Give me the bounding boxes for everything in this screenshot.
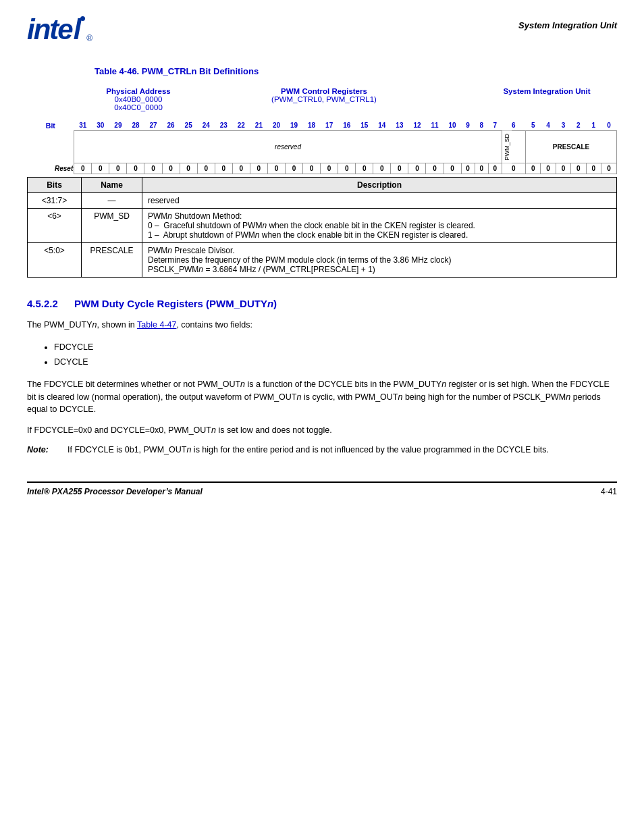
bits-cell: <31:7> — [28, 193, 82, 209]
table-title: Table 4-46. PWM_CTRLn Bit Definitions — [95, 66, 617, 76]
reset-31: 0 — [74, 163, 92, 174]
bit-8: 8 — [475, 121, 488, 130]
bit-21: 21 — [250, 121, 267, 130]
pwm-sd-label: PWM_SD — [502, 131, 512, 163]
bit-10: 10 — [444, 121, 461, 130]
reset-26: 0 — [162, 163, 180, 174]
pwm-sd-field: PWM_SD — [502, 130, 525, 163]
bit-18: 18 — [303, 121, 321, 130]
bit-19: 19 — [285, 121, 302, 130]
reset-13: 0 — [391, 163, 408, 174]
body-text-1: The PWM_DUTYn, shown in Table 4-47, cont… — [27, 319, 617, 332]
reset-19: 0 — [285, 163, 302, 174]
bit-label-cell: Bit — [27, 121, 74, 130]
name-header: Name — [82, 178, 142, 193]
reset-12: 0 — [408, 163, 426, 174]
bits-cell: <6> — [28, 209, 82, 243]
bit-9: 9 — [461, 121, 475, 130]
description-table: Bits Name Description <31:7> — reserved … — [27, 177, 617, 278]
footer-right: 4-41 — [601, 487, 617, 496]
page-footer: Intel® PXA255 Processor Developer’s Manu… — [27, 481, 617, 496]
reset-label: Reset — [27, 163, 74, 174]
reset-2: 0 — [571, 163, 586, 174]
bit-28: 28 — [127, 121, 144, 130]
section-heading: PWM Duty Cycle Registers (PWM_DUTYn) — [74, 298, 277, 309]
reset-0: 0 — [601, 163, 616, 174]
header-title: System Integration Unit — [518, 14, 617, 30]
intel-logo: int e l ® — [27, 14, 92, 46]
reset-11: 0 — [426, 163, 444, 174]
bit-15: 15 — [356, 121, 373, 130]
reset-20: 0 — [267, 163, 285, 174]
page-header: int e l ® System Integration Unit — [27, 14, 617, 46]
name-cell: PRESCALE — [82, 243, 142, 278]
bit-11: 11 — [426, 121, 444, 130]
reset-21: 0 — [250, 163, 267, 174]
reset-18: 0 — [303, 163, 321, 174]
bit-14: 14 — [373, 121, 391, 130]
reset-23: 0 — [215, 163, 232, 174]
reset-5: 0 — [525, 163, 540, 174]
bullet-list: FDCYCLE DCYCLE — [54, 340, 617, 370]
reset-3: 0 — [556, 163, 570, 174]
bit-1: 1 — [586, 121, 601, 130]
reset-9: 0 — [461, 163, 475, 174]
body-text-2: The FDCYCLE bit determines whether or no… — [27, 378, 617, 416]
description-header: Description — [142, 178, 617, 193]
desc-cell: PWMn Shutdown Method: 0 – Graceful shutd… — [142, 209, 617, 243]
reset-27: 0 — [144, 163, 162, 174]
desc-header-row: Bits Name Description — [28, 178, 617, 193]
system-unit-block: System Integration Unit — [493, 87, 601, 95]
footer-left: Intel® PXA255 Processor Developer’s Manu… — [27, 487, 203, 496]
reset-22: 0 — [232, 163, 250, 174]
reset-17: 0 — [321, 163, 338, 174]
reset-28: 0 — [127, 163, 144, 174]
bit-3: 3 — [556, 121, 570, 130]
physical-address-block: Physical Address 0x40B0_0000 0x40C0_0000 — [95, 87, 182, 111]
note-label: Note: — [27, 445, 61, 454]
reset-7: 0 — [488, 163, 502, 174]
reset-row: Reset 0 0 0 0 0 0 0 0 0 0 0 0 0 0 0 0 0 … — [27, 163, 617, 174]
prescale-field: PRESCALE — [525, 130, 616, 163]
bit-16: 16 — [338, 121, 356, 130]
section-title: 4.5.2.2 PWM Duty Cycle Registers (PWM_DU… — [27, 298, 617, 309]
name-cell: PWM_SD — [82, 209, 142, 243]
desc-cell: PWMn Prescale Divisor. Determines the fr… — [142, 243, 617, 278]
register-sublabel: (PWM_CTRL0, PWM_CTRL1) — [263, 95, 385, 103]
bit-20: 20 — [267, 121, 285, 130]
bit-table: Bit 31 30 29 28 27 26 25 24 23 22 21 20 … — [27, 121, 617, 174]
bit-29: 29 — [109, 121, 127, 130]
list-item: FDCYCLE — [54, 340, 617, 355]
addr1: 0x40B0_0000 — [95, 95, 182, 103]
bits-cell: <5:0> — [28, 243, 82, 278]
reset-24: 0 — [197, 163, 215, 174]
bit-0: 0 — [601, 121, 616, 130]
reset-6: 0 — [502, 163, 525, 174]
table-row: <6> PWM_SD PWMn Shutdown Method: 0 – Gra… — [28, 209, 617, 243]
reset-25: 0 — [180, 163, 197, 174]
reset-14: 0 — [373, 163, 391, 174]
register-name-block: PWM Control Registers (PWM_CTRL0, PWM_CT… — [263, 87, 385, 103]
reset-29: 0 — [109, 163, 127, 174]
bit-table-wrapper: Bit 31 30 29 28 27 26 25 24 23 22 21 20 … — [27, 121, 617, 174]
bit-12: 12 — [408, 121, 426, 130]
reset-4: 0 — [541, 163, 556, 174]
bit-27: 27 — [144, 121, 162, 130]
bit-header-row: Bit 31 30 29 28 27 26 25 24 23 22 21 20 … — [27, 121, 617, 130]
reset-16: 0 — [338, 163, 356, 174]
physical-address-label: Physical Address — [95, 87, 182, 95]
bit-31: 31 — [74, 121, 92, 130]
table-row: <5:0> PRESCALE PWMn Prescale Divisor. De… — [28, 243, 617, 278]
table-link[interactable]: Table 4-47 — [137, 320, 176, 330]
body-text-3: If FDCYCLE=0x0 and DCYCLE=0x0, PWM_OUTn … — [27, 424, 617, 437]
bit-5: 5 — [525, 121, 540, 130]
name-cell: — — [82, 193, 142, 209]
bit-25: 25 — [180, 121, 197, 130]
bit-26: 26 — [162, 121, 180, 130]
reset-8: 0 — [475, 163, 488, 174]
note-text: If FDCYCLE is 0b1, PWM_OUTn is high for … — [68, 445, 549, 454]
reset-1: 0 — [586, 163, 601, 174]
bit-4: 4 — [541, 121, 556, 130]
register-label: PWM Control Registers — [263, 87, 385, 95]
bits-header: Bits — [28, 178, 82, 193]
